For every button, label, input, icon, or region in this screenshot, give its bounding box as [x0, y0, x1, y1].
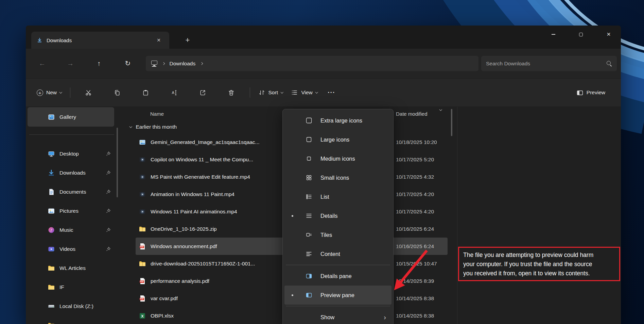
- new-button[interactable]: + New: [33, 85, 66, 100]
- menu-item-content[interactable]: Content: [284, 244, 391, 263]
- rename-button[interactable]: A: [167, 85, 182, 100]
- menu-item-tiles[interactable]: Tiles: [284, 225, 391, 244]
- menu-item-show[interactable]: Show ›: [284, 308, 391, 324]
- file-date-modified: 10/16/2025 6:24: [396, 226, 437, 232]
- videos-icon: [48, 245, 55, 253]
- sidebar-item-label: Pictures: [59, 208, 79, 214]
- folder-icon: [48, 264, 55, 272]
- folder-icon: [48, 284, 55, 291]
- sidebar-item-label: Downloads: [59, 170, 86, 176]
- sort-direction-icon[interactable]: [439, 108, 442, 111]
- menu-item-details[interactable]: Details: [284, 206, 391, 225]
- annotation-warning-box: The file you are attempting to preview c…: [458, 247, 620, 281]
- pictures-icon: [48, 207, 55, 215]
- paste-button[interactable]: [138, 85, 154, 100]
- video-file-icon: [139, 191, 146, 198]
- search-box[interactable]: [481, 56, 617, 71]
- search-icon[interactable]: [606, 61, 612, 66]
- file-name: MS Paint with Generative Edit feature.mp…: [151, 174, 250, 180]
- up-button[interactable]: ↑: [91, 55, 107, 71]
- breadcrumb[interactable]: Downloads: [170, 61, 196, 67]
- pin-icon: [106, 151, 111, 157]
- sidebar-item-documents[interactable]: Documents: [26, 182, 119, 201]
- group-collapse-icon[interactable]: [129, 125, 132, 128]
- new-button-label: New: [46, 90, 57, 96]
- video-file-icon: [139, 156, 146, 163]
- details-view-icon: [306, 212, 312, 219]
- sidebar-item-if[interactable]: IF: [26, 278, 119, 297]
- delete-button[interactable]: [224, 85, 239, 100]
- minimize-button[interactable]: [543, 27, 563, 42]
- menu-item-preview-pane[interactable]: Preview pane: [284, 286, 391, 305]
- sidebar-item-music[interactable]: ♪ Music: [26, 221, 119, 240]
- column-header-date-modified[interactable]: Date modified: [396, 111, 428, 117]
- preview-pane-icon: [576, 89, 584, 96]
- view-button[interactable]: View: [287, 85, 321, 100]
- file-explorer-window: Downloads ✕ + ✕ ← → ↑ ↻ Downloads + New: [26, 26, 621, 324]
- close-button[interactable]: ✕: [599, 27, 619, 42]
- tab-title: Downloads: [47, 37, 72, 43]
- file-date-modified: 10/17/2025 5:20: [396, 157, 437, 163]
- file-date-modified: 10/17/2025 4:20: [396, 191, 437, 197]
- sidebar-item-label: Music: [59, 227, 73, 233]
- sidebar-item-videos[interactable]: Videos: [26, 240, 119, 259]
- breadcrumb-chevron-icon: [162, 62, 165, 65]
- pin-icon: [106, 190, 111, 195]
- sidebar-item-desktop[interactable]: Desktop: [26, 144, 119, 163]
- sidebar-list: Desktop Downloads: [26, 144, 119, 324]
- menu-item-small-icons[interactable]: Small icons: [284, 168, 391, 187]
- menu-item-extra-large-icons[interactable]: Extra large icons: [284, 111, 391, 130]
- menu-item-medium-icons[interactable]: Medium icons: [284, 149, 391, 168]
- file-date-modified: 10/18/2025 10:20: [396, 139, 437, 145]
- maximize-icon: [579, 33, 583, 36]
- refresh-button[interactable]: ↻: [120, 55, 136, 71]
- sidebar-item-label: Desktop: [59, 151, 79, 157]
- trash-icon: [228, 89, 235, 96]
- tab-downloads[interactable]: Downloads ✕: [31, 32, 169, 49]
- menu-item-label: Content: [320, 251, 340, 257]
- cut-button[interactable]: [81, 85, 97, 100]
- warning-text-line: you received it from, open it to view it…: [463, 269, 615, 278]
- share-button[interactable]: [195, 85, 211, 100]
- forward-button[interactable]: →: [63, 55, 78, 71]
- menu-item-large-icons[interactable]: Large icons: [284, 130, 391, 149]
- navigation-pane: Gallery Desktop: [26, 107, 119, 324]
- sidebar-item-wl-articles[interactable]: WL Articles: [26, 259, 119, 278]
- menu-item-details-pane[interactable]: Details pane: [284, 266, 391, 286]
- pdf-file-icon: PDF: [139, 295, 146, 302]
- column-header-name[interactable]: Name: [150, 111, 164, 117]
- menu-item-list[interactable]: List: [284, 187, 391, 206]
- new-tab-button[interactable]: +: [181, 34, 194, 46]
- file-date-modified: 10/17/2025 4:32: [396, 174, 437, 180]
- menu-item-label: Small icons: [320, 175, 349, 181]
- search-input[interactable]: [486, 61, 604, 67]
- pin-icon: [106, 209, 111, 214]
- sidebar-item-pictures[interactable]: Pictures: [26, 201, 119, 221]
- sort-icon: [258, 89, 265, 96]
- more-options-button[interactable]: ···: [324, 85, 339, 100]
- menu-item-label: Details: [320, 213, 337, 219]
- preview-toggle-button[interactable]: Preview: [572, 85, 609, 100]
- sidebar-item-downloads[interactable]: Downloads: [26, 163, 119, 182]
- disk-drive-icon: [48, 303, 55, 310]
- sidebar-item-partial[interactable]: [26, 316, 119, 324]
- pin-icon: [106, 228, 111, 233]
- maximize-button[interactable]: [571, 27, 591, 42]
- file-list-scrollbar[interactable]: [451, 109, 452, 136]
- image-file-icon: [139, 139, 146, 146]
- sidebar-item-gallery[interactable]: Gallery: [28, 107, 114, 127]
- sort-button[interactable]: Sort: [254, 85, 287, 100]
- file-name: Windows announcement.pdf: [151, 243, 217, 249]
- divider: [70, 87, 70, 98]
- sidebar-item-local-disk-z[interactable]: Local Disk (Z:): [26, 297, 119, 316]
- gallery-icon: [48, 113, 55, 121]
- copy-button[interactable]: [109, 85, 125, 100]
- back-button[interactable]: ←: [34, 55, 50, 71]
- menu-item-label: Large icons: [320, 136, 349, 143]
- menu-separator: [286, 265, 390, 265]
- address-bar[interactable]: Downloads: [146, 56, 478, 71]
- large-icons-icon: [306, 136, 312, 143]
- tab-close-icon[interactable]: ✕: [154, 35, 164, 45]
- view-icon: [291, 89, 298, 96]
- svg-text:PDF: PDF: [140, 298, 144, 300]
